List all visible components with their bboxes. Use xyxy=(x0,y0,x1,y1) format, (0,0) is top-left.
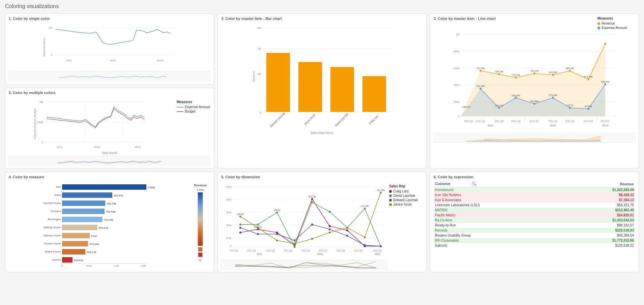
svg-text:392.44k: 392.44k xyxy=(601,81,610,83)
svg-point-55 xyxy=(569,70,571,72)
legend-label-expense: Expense Amount xyxy=(185,105,210,109)
table-row: Satronix$126,638.22 xyxy=(434,243,635,248)
legend-label-craig: Craig Lary xyxy=(393,189,409,193)
svg-text:2011: 2011 xyxy=(257,252,262,255)
panel-1-title: 1. Color by single color xyxy=(9,17,210,21)
svg-text:741.95k: 741.95k xyxy=(104,218,114,221)
svg-text:475.63k: 475.63k xyxy=(89,243,99,246)
svg-text:2012-Q4: 2012-Q4 xyxy=(354,249,363,252)
svg-text:Revenue: Revenue xyxy=(252,71,255,82)
svg-point-171 xyxy=(380,245,382,247)
svg-text:500k: 500k xyxy=(226,185,232,188)
svg-text:Snack Foods: Snack Foods xyxy=(45,250,61,253)
svg-point-156 xyxy=(276,211,278,213)
svg-text:800k: 800k xyxy=(454,50,460,53)
svg-point-159 xyxy=(329,211,331,213)
svg-text:0: 0 xyxy=(42,141,43,144)
svg-text:2011: 2011 xyxy=(57,146,63,149)
svg-point-56 xyxy=(587,78,589,80)
search-icon[interactable]: 🔍 xyxy=(472,182,476,186)
svg-point-175 xyxy=(294,243,296,245)
svg-text:600k: 600k xyxy=(454,67,460,70)
panel-2-x-label: Year Month xyxy=(9,151,210,155)
svg-point-174 xyxy=(276,240,278,242)
svg-text:2012-Q4: 2012-Q4 xyxy=(584,120,593,123)
svg-text:712.44k: 712.44k xyxy=(512,74,520,76)
table-row: Livermore Laboratories (LSLI)$58,151.75 xyxy=(434,203,635,208)
legend-label-edward: Edward Laychak xyxy=(393,198,418,202)
svg-point-57 xyxy=(604,43,606,45)
svg-point-154 xyxy=(239,223,241,225)
svg-rect-30 xyxy=(298,62,322,112)
svg-text:2013: 2013 xyxy=(135,146,141,149)
panel-2-title: 2. Color by multiple colors xyxy=(9,91,210,95)
table-row: Homebound$1,263,085.68 xyxy=(434,187,635,193)
panel-5-mini-chart xyxy=(221,260,387,269)
panel-6-title: 6. Color by expression xyxy=(434,175,635,179)
panel-5-content: 500k 400k 300k 200k 100k 0 xyxy=(221,181,423,269)
svg-point-165 xyxy=(276,233,278,235)
svg-point-150 xyxy=(329,225,331,227)
svg-text:511k: 511k xyxy=(91,235,97,238)
legend-item-craig: Craig Lary xyxy=(389,189,423,193)
panel-3-bar-x-label: Sales Rep Name xyxy=(221,131,423,134)
legend-label-david: David Laychak xyxy=(393,194,415,197)
svg-text:Janice Scott: Janice Scott xyxy=(303,113,316,126)
svg-point-166 xyxy=(294,240,296,242)
page-title: Coloring visualizations xyxy=(5,3,639,9)
svg-text:2011-Q4: 2011-Q4 xyxy=(511,120,520,123)
revenue-cell: $1,772,832.86 xyxy=(567,238,635,243)
panel-3-line: 3. Color by master item - Line chart Mea… xyxy=(430,13,639,169)
panel-2-chart: Expense Amount, Budget 1M 500k 0 2011 20… xyxy=(9,97,210,151)
panel-3-line-chart: 1M 800k 600k 400k 200k 0 xyxy=(434,30,635,143)
svg-point-145 xyxy=(239,232,241,234)
svg-text:Frozen Foods: Frozen Foods xyxy=(44,242,61,245)
svg-text:925.97k: 925.97k xyxy=(114,194,123,197)
panel-5-chart: 500k 400k 300k 200k 100k 0 xyxy=(221,181,387,269)
svg-text:194.81k: 194.81k xyxy=(74,259,84,262)
svg-rect-120 xyxy=(62,233,90,238)
legend-label-janice: Janice Scott xyxy=(393,203,411,206)
svg-text:0: 0 xyxy=(458,115,460,118)
legend-label-revenue: Revenue xyxy=(602,22,615,25)
svg-point-168 xyxy=(329,228,331,231)
svg-text:644.06k: 644.06k xyxy=(549,71,557,73)
legend-dot-david xyxy=(389,194,392,197)
svg-text:Edward Laychak: Edward Laychak xyxy=(269,111,286,128)
svg-point-163 xyxy=(239,227,241,229)
svg-text:Produce: Produce xyxy=(51,210,61,213)
customer-cell: Ready-to-Run xyxy=(434,223,567,228)
svg-text:400k: 400k xyxy=(226,198,232,201)
svg-rect-108 xyxy=(62,184,146,190)
svg-point-178 xyxy=(346,227,348,229)
panel-3-bar: 3. Color by master item - Bar chart Reve… xyxy=(217,13,427,169)
table-row: Icon Site Builders$9,428.32 xyxy=(434,192,635,197)
revenue-cell: $9,428.32 xyxy=(567,192,635,197)
panel-1: 1. Color by single color Expense Amou...… xyxy=(5,13,214,84)
col-customer: Customer 🔍 xyxy=(434,181,567,187)
svg-point-71 xyxy=(587,108,589,110)
table-row: Ra Co Amo$1,203,542.53 xyxy=(434,218,635,223)
svg-text:2M: 2M xyxy=(258,47,261,50)
svg-text:Canned Foods: Canned Foods xyxy=(43,202,61,205)
customer-cell: Ra Co Amo xyxy=(434,218,567,223)
svg-point-151 xyxy=(346,229,348,231)
svg-point-158 xyxy=(311,201,313,203)
svg-text:1M: 1M xyxy=(258,72,261,75)
svg-point-177 xyxy=(329,232,331,234)
svg-text:2012-Q2: 2012-Q2 xyxy=(319,249,328,252)
svg-text:793.79k: 793.79k xyxy=(107,202,116,205)
svg-rect-32 xyxy=(330,67,354,112)
svg-text:2011-Q2: 2011-Q2 xyxy=(247,249,256,252)
svg-text:2012: 2012 xyxy=(317,252,323,255)
svg-text:590.45k: 590.45k xyxy=(566,67,574,69)
svg-text:2012-Q2: 2012-Q2 xyxy=(548,120,557,123)
svg-text:Starchy Foods: Starchy Foods xyxy=(43,234,61,237)
svg-text:2013-Q1: 2013-Q1 xyxy=(373,249,382,252)
svg-point-164 xyxy=(257,233,259,235)
customer-cell: Icon Site Builders xyxy=(434,192,567,197)
svg-point-176 xyxy=(311,238,313,240)
svg-text:455.53k: 455.53k xyxy=(308,195,316,198)
table-row: MATRIX$512,901.49 xyxy=(434,208,635,213)
svg-text:1M: 1M xyxy=(456,33,460,36)
